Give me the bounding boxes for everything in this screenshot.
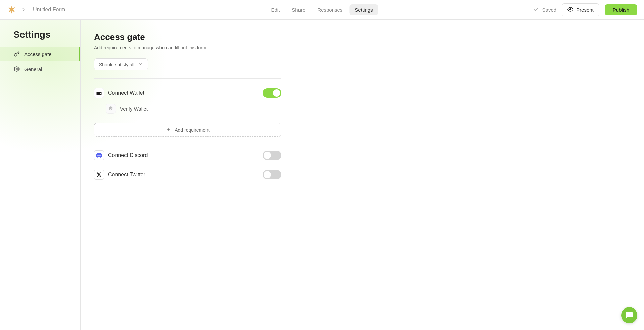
topbar-right: Saved Present Publish [533, 3, 637, 16]
settings-sidebar: Settings Access gate General [0, 20, 81, 330]
sub-requirement-label: Verify Wallet [120, 106, 148, 112]
twitter-x-icon [94, 170, 104, 180]
topbar-left: Untitled Form [7, 5, 65, 15]
present-button[interactable]: Present [562, 3, 599, 16]
requirement-label: Connect Wallet [108, 90, 259, 96]
divider [94, 78, 281, 79]
requirement-wallet: Connect Wallet Verify Wallet Add require… [94, 88, 281, 137]
tab-share[interactable]: Share [286, 4, 311, 15]
chevron-down-icon [138, 61, 143, 67]
svg-point-0 [570, 8, 571, 10]
app-logo[interactable] [7, 5, 17, 15]
verify-badge-icon [106, 104, 116, 114]
saved-status: Saved [533, 6, 557, 13]
sidebar-item-label: General [24, 66, 42, 72]
sidebar-item-general[interactable]: General [0, 61, 80, 76]
page-subtitle: Add requirements to manage who can fill … [94, 45, 631, 50]
form-title[interactable]: Untitled Form [33, 7, 65, 13]
wallet-icon [94, 88, 104, 98]
sidebar-title: Settings [0, 29, 80, 47]
svg-point-1 [16, 68, 18, 70]
sidebar-item-access-gate[interactable]: Access gate [0, 47, 80, 61]
satisfy-label: Should satisfy all [99, 62, 134, 67]
requirement-row: Connect Twitter [94, 170, 281, 180]
top-bar: Untitled Form Edit Share Responses Setti… [0, 0, 644, 20]
key-icon [13, 51, 20, 57]
breadcrumb-chevron-icon [21, 7, 26, 12]
page-title: Access gate [94, 32, 631, 42]
discord-icon [94, 150, 104, 160]
sub-requirement-verify-wallet[interactable]: Verify Wallet [99, 104, 281, 118]
gear-icon [13, 66, 20, 72]
satisfy-dropdown[interactable]: Should satisfy all [94, 58, 148, 70]
tab-responses[interactable]: Responses [312, 4, 348, 15]
requirement-discord: Connect Discord [94, 150, 281, 160]
settings-content: Access gate Add requirements to manage w… [81, 20, 644, 330]
requirement-row: Connect Discord [94, 150, 281, 160]
saved-label: Saved [542, 7, 557, 13]
requirement-row: Connect Wallet [94, 88, 281, 98]
wallet-toggle[interactable] [263, 88, 281, 98]
eye-icon [567, 6, 573, 13]
tab-settings[interactable]: Settings [349, 4, 378, 15]
check-icon [533, 6, 539, 13]
requirement-label: Connect Twitter [108, 172, 259, 178]
tab-edit[interactable]: Edit [266, 4, 285, 15]
requirement-twitter: Connect Twitter [94, 170, 281, 180]
twitter-toggle[interactable] [263, 170, 281, 179]
requirement-label: Connect Discord [108, 152, 259, 158]
discord-toggle[interactable] [263, 151, 281, 160]
plus-icon [166, 127, 171, 133]
sidebar-item-label: Access gate [24, 51, 52, 57]
add-requirement-button[interactable]: Add requirement [94, 123, 281, 137]
add-requirement-label: Add requirement [175, 127, 210, 133]
present-label: Present [576, 7, 594, 13]
publish-button[interactable]: Publish [605, 4, 637, 15]
main-tabs: Edit Share Responses Settings [266, 4, 378, 15]
main-layout: Settings Access gate General Access gate… [0, 20, 644, 330]
